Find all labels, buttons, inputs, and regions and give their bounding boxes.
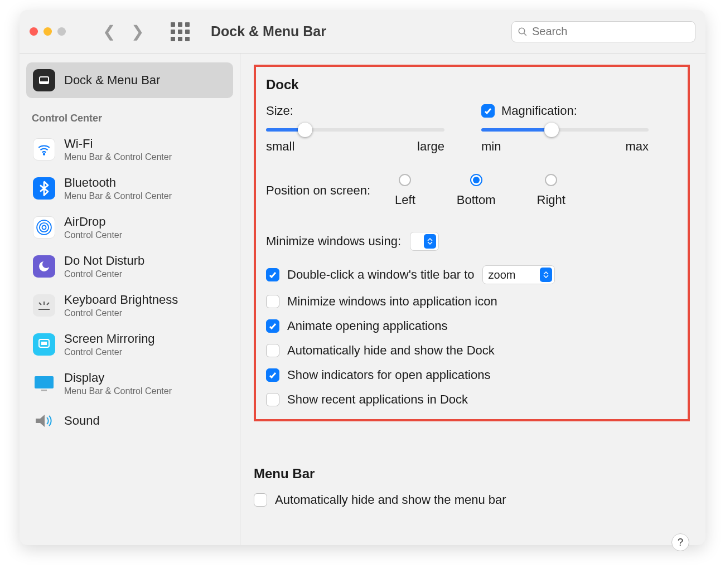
sidebar-item-sub: Menu Bar & Control Center [64,386,172,396]
position-right[interactable]: Right [537,174,566,207]
magnification-slider-thumb[interactable] [544,123,559,137]
airdrop-icon [33,216,55,239]
sidebar-item-label: Wi-Fi [64,137,172,151]
sidebar-item-sub: Control Center [64,269,144,279]
content-pane: Dock Size: small large [240,54,705,545]
position-radiogroup: Left Bottom Right [395,174,566,207]
doubleclick-checkbox[interactable] [266,268,279,281]
moon-icon [33,255,55,278]
minimize-icon[interactable] [44,27,52,36]
sidebar-item-sub: Menu Bar & Control Center [64,152,172,162]
size-slider-thumb[interactable] [298,123,312,137]
check-label: Show recent applications in Dock [287,392,468,407]
help-button[interactable]: ? [671,533,689,551]
svg-point-4 [44,154,45,155]
position-left[interactable]: Left [395,174,415,207]
radio-icon [399,174,411,186]
svg-rect-15 [41,390,47,391]
dock-icon [33,69,55,91]
sidebar-item-label: AirDrop [64,215,122,229]
svg-line-1 [524,33,526,36]
position-bottom-label: Bottom [457,193,496,207]
radio-icon [470,174,482,186]
sidebar-item-dock-menubar[interactable]: Dock & Menu Bar [26,62,233,98]
doubleclick-action-dropdown[interactable]: zoom [482,265,555,284]
magnification-label: Magnification: [501,104,577,118]
sidebar: Dock & Menu Bar Control Center Wi-Fi Men… [20,54,240,545]
prefs-window: ❮ ❯ Dock & Menu Bar Dock & Menu Bar Cont… [20,10,705,545]
sidebar-item-airdrop[interactable]: AirDrop Control Center [26,208,233,247]
menubar-section-title: Menu Bar [254,466,690,482]
window-controls [30,27,66,36]
sidebar-item-sub: Control Center [64,308,178,318]
sidebar-item-label: Do Not Disturb [64,254,144,268]
sidebar-item-sub: Menu Bar & Control Center [64,191,172,201]
sidebar-item-label: Display [64,371,172,385]
svg-marker-16 [36,415,45,427]
auto-hide-dock-checkbox[interactable] [266,344,279,357]
page-title: Dock & Menu Bar [211,23,326,40]
sidebar-item-label: Screen Mirroring [64,332,155,346]
back-button[interactable]: ❮ [103,24,115,40]
size-max-label: large [417,139,444,154]
animate-opening-checkbox[interactable] [266,319,279,333]
sidebar-item-screen-mirroring[interactable]: Screen Mirroring Control Center [26,325,233,364]
minimize-label: Minimize windows using: [266,234,401,249]
show-all-button[interactable] [171,22,190,41]
svg-point-0 [519,28,525,34]
sidebar-item-dnd[interactable]: Do Not Disturb Control Center [26,247,233,286]
magnification-checkbox[interactable] [481,104,495,118]
check-label: Animate opening applications [287,319,447,333]
auto-hide-menubar-checkbox[interactable] [254,493,267,507]
zoom-icon[interactable] [57,27,66,36]
check-label: Automatically hide and show the Dock [287,343,495,358]
show-recent-checkbox[interactable] [266,393,279,406]
search-field[interactable] [511,21,695,42]
sidebar-item-display[interactable]: Display Menu Bar & Control Center [26,364,233,403]
magnification-slider[interactable] [481,128,649,132]
chevron-updown-icon [424,234,436,249]
doubleclick-label: Double-click a window's title bar to [287,268,475,282]
sidebar-item-label: Keyboard Brightness [64,293,178,307]
window-body: Dock & Menu Bar Control Center Wi-Fi Men… [20,54,705,545]
svg-rect-14 [35,376,54,388]
display-icon [33,372,55,395]
toolbar: ❮ ❯ Dock & Menu Bar [20,10,705,54]
nav-arrows: ❮ ❯ [103,24,144,40]
search-icon [518,27,528,37]
radio-icon [545,174,557,186]
check-label: Automatically hide and show the menu bar [275,493,506,507]
screen-mirroring-icon [33,333,55,356]
sidebar-item-keyboard-brightness[interactable]: Keyboard Brightness Control Center [26,286,233,325]
mag-min-label: min [481,139,501,154]
svg-point-6 [40,223,49,232]
position-right-label: Right [537,193,566,207]
mag-max-label: max [625,139,649,154]
wifi-icon [33,138,55,161]
sidebar-item-wifi[interactable]: Wi-Fi Menu Bar & Control Center [26,130,233,169]
position-bottom[interactable]: Bottom [457,174,496,207]
sidebar-item-label: Bluetooth [64,176,172,190]
dock-section-highlight: Dock Size: small large [254,65,690,421]
sidebar-item-bluetooth[interactable]: Bluetooth Menu Bar & Control Center [26,169,233,208]
position-left-label: Left [395,193,415,207]
check-label: Minimize windows into application icon [287,294,497,309]
show-indicators-checkbox[interactable] [266,368,279,382]
minimize-effect-dropdown[interactable] [410,232,439,251]
sidebar-item-sub: Control Center [64,230,122,240]
sidebar-group-label: Control Center [32,113,228,124]
size-label: Size: [266,104,459,118]
sidebar-item-sound[interactable]: Sound [26,403,233,439]
sidebar-item-label: Sound [64,414,100,428]
position-label: Position on screen: [266,183,370,198]
forward-button[interactable]: ❯ [131,24,144,40]
sidebar-item-sub: Control Center [64,347,155,357]
chevron-updown-icon [540,268,552,282]
sidebar-item-label: Dock & Menu Bar [64,73,160,88]
close-icon[interactable] [30,27,38,36]
size-slider[interactable] [266,128,444,132]
search-input[interactable] [532,25,689,38]
minimize-into-icon-checkbox[interactable] [266,295,279,308]
svg-line-10 [39,303,41,305]
svg-rect-13 [41,342,47,345]
